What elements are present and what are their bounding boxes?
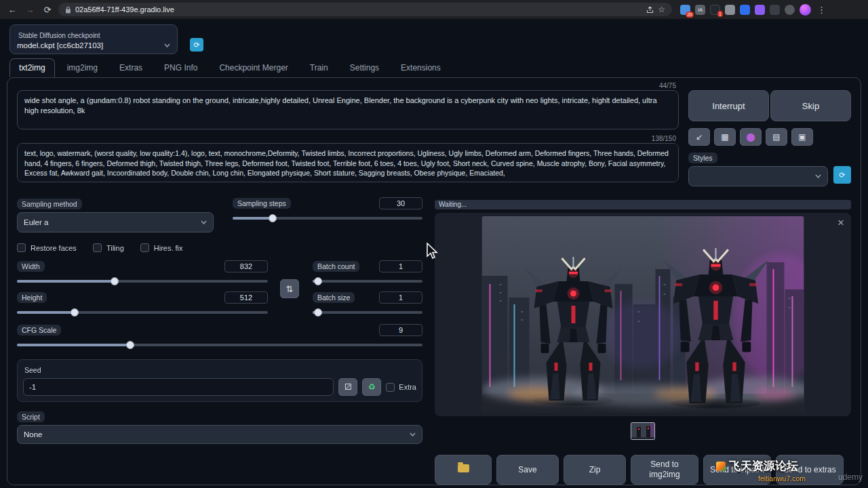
apply-style-button[interactable]: ⬤: [740, 128, 762, 146]
watermark-brand: udemy: [838, 472, 863, 482]
reload-icon[interactable]: ⟳: [41, 5, 54, 15]
height-label: Height: [17, 292, 47, 303]
styles-label: Styles: [688, 152, 717, 163]
sampling-method-value: Euler a: [24, 218, 48, 226]
script-dropdown[interactable]: None: [17, 425, 422, 444]
tab-img2img[interactable]: img2img: [58, 58, 107, 77]
txt2img-panel: 44/75 wide shot angle, a (gundam:0.8) ro…: [7, 77, 861, 485]
watermark: 飞天资源论坛 feitianwu7.com: [716, 458, 806, 483]
output-panel: Waiting... ×: [435, 197, 851, 485]
batch-count-input[interactable]: [379, 260, 422, 272]
extension-badge: 1: [717, 11, 723, 17]
width-label: Width: [17, 261, 45, 272]
styles-dropdown[interactable]: [688, 166, 828, 186]
tab-checkpoint-merger[interactable]: Checkpoint Merger: [210, 58, 297, 77]
url-text: 02a56ff4-71ff-439e.gradio.live: [75, 5, 174, 14]
extensions-puzzle-icon[interactable]: [785, 5, 795, 15]
sampling-steps-label: Sampling steps: [233, 198, 291, 209]
prompt-token-counter: 44/75: [17, 82, 679, 90]
open-folder-button[interactable]: [435, 455, 492, 485]
cfg-scale-input[interactable]: [379, 324, 422, 336]
chevron-down-icon: [201, 220, 207, 224]
refresh-checkpoints-button[interactable]: ⟳: [190, 38, 203, 52]
chevron-down-icon: [410, 432, 416, 436]
tab-extras[interactable]: Extras: [110, 58, 152, 77]
extension-icon[interactable]: [770, 5, 780, 15]
tab-extensions[interactable]: Extensions: [391, 58, 450, 77]
url-bar[interactable]: 02a56ff4-71ff-439e.gradio.live ☆: [58, 3, 672, 16]
lock-icon: [65, 6, 71, 14]
extensions-area: 20 IA 1 ⋮: [680, 4, 827, 16]
extension-icon[interactable]: 1: [710, 5, 720, 15]
bookmark-star-icon[interactable]: ☆: [658, 5, 665, 14]
seed-input[interactable]: [23, 378, 334, 396]
extension-icon[interactable]: [725, 5, 735, 15]
tab-txt2img[interactable]: txt2img: [9, 58, 55, 77]
tab-png-info[interactable]: PNG Info: [155, 58, 207, 77]
generated-image[interactable]: [482, 216, 804, 413]
gallery-thumbnail[interactable]: [631, 422, 655, 440]
height-slider[interactable]: [17, 308, 268, 317]
chevron-down-icon: [815, 174, 821, 178]
forward-icon[interactable]: →: [23, 5, 37, 15]
extra-seed-checkbox[interactable]: Extra: [386, 383, 416, 392]
back-icon[interactable]: ←: [5, 5, 19, 15]
random-seed-button[interactable]: ⚂: [338, 378, 357, 396]
width-slider[interactable]: [17, 277, 268, 286]
restore-faces-label: Restore faces: [31, 244, 77, 252]
checkpoint-dropdown[interactable]: Stable Diffusion checkpoint model.ckpt […: [9, 24, 178, 54]
tiling-label: Tiling: [106, 244, 124, 252]
hires-fix-checkbox[interactable]: Hires. fix: [140, 243, 183, 252]
extra-seed-label: Extra: [399, 383, 416, 391]
batch-size-label: Batch size: [313, 292, 355, 303]
negative-prompt-input[interactable]: text, logo, watermark, (worst quality, l…: [17, 143, 679, 182]
close-preview-button[interactable]: ×: [837, 217, 844, 228]
paste-params-button[interactable]: ↙: [688, 128, 710, 146]
batch-size-slider[interactable]: [313, 308, 422, 317]
script-label: Script: [17, 411, 45, 422]
extension-icon[interactable]: IA: [695, 5, 705, 15]
batch-size-input[interactable]: [379, 291, 422, 304]
restore-faces-checkbox[interactable]: Restore faces: [17, 243, 77, 252]
browser-menu-icon[interactable]: ⋮: [816, 5, 827, 15]
seed-label: Seed: [23, 365, 46, 375]
result-gallery[interactable]: ×: [435, 213, 851, 416]
negative-prompt-token-counter: 138/150: [17, 135, 679, 143]
status-text: Waiting...: [439, 201, 467, 208]
zip-button[interactable]: Zip: [564, 455, 626, 485]
watermark-logo-icon: [716, 462, 726, 471]
height-input[interactable]: [224, 291, 268, 304]
prompt-input[interactable]: wide shot angle, a (gundam:0.8) robot st…: [17, 90, 679, 129]
hires-fix-label: Hires. fix: [154, 244, 183, 252]
sampling-steps-slider[interactable]: [233, 214, 422, 223]
seed-block: Seed ⚂ ♻ Extra: [17, 359, 422, 402]
save-style-button[interactable]: ▣: [791, 128, 813, 146]
interrupt-button[interactable]: Interrupt: [688, 90, 769, 121]
send-to-img2img-button[interactable]: Send to img2img: [631, 455, 698, 485]
swap-dimensions-button[interactable]: ⇅: [280, 279, 299, 298]
profile-avatar[interactable]: [800, 4, 811, 16]
watermark-url: feitianwu7.com: [716, 474, 806, 483]
sampling-steps-input[interactable]: [379, 197, 422, 209]
batch-count-slider[interactable]: [313, 277, 422, 286]
generation-params: Sampling method Euler a Sampling steps: [17, 197, 422, 485]
reuse-seed-button[interactable]: ♻: [362, 378, 381, 396]
sampling-method-dropdown[interactable]: Euler a: [17, 212, 214, 232]
refresh-styles-button[interactable]: ⟳: [833, 166, 851, 184]
main-tabbar: txt2img img2img Extras PNG Info Checkpoi…: [9, 58, 450, 77]
tab-train[interactable]: Train: [300, 58, 338, 77]
width-input[interactable]: [224, 260, 268, 272]
paste-style-button[interactable]: ▤: [766, 128, 787, 146]
skip-button[interactable]: Skip: [770, 90, 851, 121]
extension-icon[interactable]: [755, 5, 765, 15]
tiling-checkbox[interactable]: Tiling: [93, 243, 124, 252]
clear-prompt-button[interactable]: ▦: [714, 128, 736, 146]
stable-diffusion-webui: Stable Diffusion checkpoint model.ckpt […: [0, 19, 868, 488]
tab-settings[interactable]: Settings: [340, 58, 389, 77]
folder-icon: [458, 464, 469, 472]
extension-icon[interactable]: 20: [680, 5, 690, 15]
extension-icon[interactable]: [740, 5, 750, 15]
save-button[interactable]: Save: [496, 455, 559, 485]
cfg-scale-slider[interactable]: [17, 340, 422, 350]
share-icon[interactable]: [646, 6, 654, 14]
